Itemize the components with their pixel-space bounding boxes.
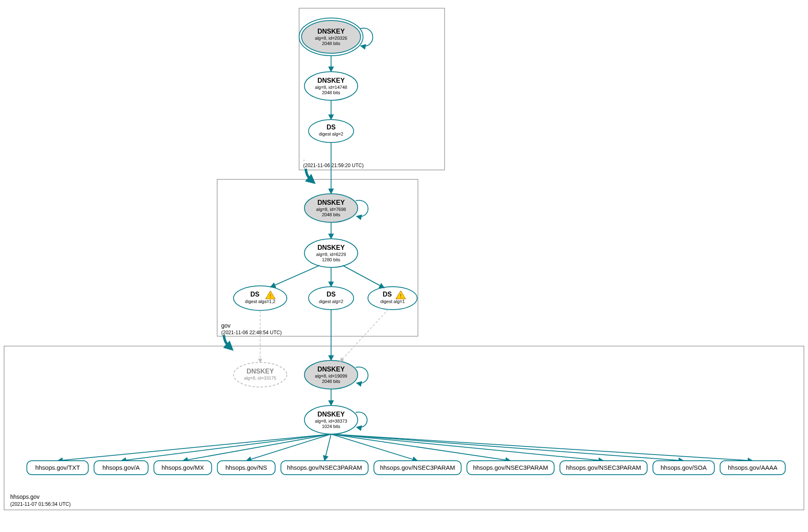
edge-gov-ds3-hhsops-ksk: [340, 309, 388, 362]
rrset-label: hhsops.gov/NSEC3PARAM: [473, 464, 548, 471]
svg-point-30: [368, 287, 417, 310]
zone-hhsops-timestamp: (2021-11-07 01:56:34 UTC): [10, 501, 70, 507]
svg-text:alg=8, id=14748: alg=8, id=14748: [315, 85, 347, 90]
svg-point-27: [309, 287, 354, 310]
svg-point-34: [234, 362, 287, 387]
edge-hhsops-zsk-rr: [325, 434, 331, 461]
svg-text:alg=8, id=20326: alg=8, id=20326: [315, 36, 347, 41]
svg-text:alg=8, id=6229: alg=8, id=6229: [316, 252, 346, 257]
rrset-label: hhsops.gov/NSEC3PARAM: [287, 464, 362, 471]
svg-text:DS: DS: [327, 291, 336, 298]
edge-gov-zsk-ds3: [343, 265, 384, 288]
edge-hhsops-zsk-rr: [331, 434, 604, 461]
svg-text:alg=8, id=33175: alg=8, id=33175: [244, 376, 277, 380]
rrset-label: hhsops.gov/NSEC3PARAM: [380, 464, 455, 471]
svg-text:digest alg=2: digest alg=2: [319, 131, 343, 136]
svg-text:DNSKEY: DNSKEY: [318, 28, 345, 35]
edge-gov-zsk-ds1: [270, 265, 320, 287]
svg-text:2048 bits: 2048 bits: [322, 41, 340, 46]
node-hhsops-zsk: DNSKEY alg=8, id=38373 1024 bits: [304, 405, 358, 434]
node-gov-ds3: DS digest alg=1 !: [368, 287, 417, 310]
node-gov-ksk: DNSKEY alg=8, id=7698 2048 bits: [304, 194, 358, 222]
svg-text:digest algs=1,2: digest algs=1,2: [245, 299, 275, 304]
svg-text:1024 bits: 1024 bits: [322, 424, 340, 429]
rrset-label: hhsops.gov/TXT: [35, 464, 80, 471]
node-root-zsk: DNSKEY alg=8, id=14748 2048 bits: [304, 72, 358, 100]
node-root-ksk: DNSKEY alg=8, id=20326 2048 bits: [299, 18, 363, 56]
zone-hhsops-label: hhsops.gov: [10, 494, 40, 500]
node-hhsops-ksk: DNSKEY alg=8, id=19099 2048 bits: [304, 360, 358, 389]
svg-text:!: !: [400, 293, 402, 299]
zone-gov-timestamp: (2021-11-06 22:48:54 UTC): [221, 330, 281, 335]
rrset-label: hhsops.gov/NSEC3PARAM: [566, 464, 641, 471]
svg-text:alg=8, id=7698: alg=8, id=7698: [316, 207, 346, 212]
zone-gov-label: gov: [221, 322, 231, 329]
node-gov-ds1: DS digest algs=1,2 !: [234, 286, 287, 310]
rrset-label: hhsops.gov/SOA: [660, 464, 707, 471]
rrset-label: hhsops.gov/AAAA: [728, 464, 778, 471]
svg-text:!: !: [270, 293, 271, 299]
zone-hhsops: hhsops.gov (2021-11-07 01:56:34 UTC): [4, 346, 804, 510]
edge-hhsops-zsk-rr: [58, 434, 331, 461]
rrset-label: hhsops.gov/A: [102, 464, 140, 471]
svg-text:digest alg=1: digest alg=1: [380, 299, 405, 304]
svg-text:1280 bits: 1280 bits: [322, 257, 340, 262]
svg-text:DNSKEY: DNSKEY: [318, 199, 345, 206]
svg-text:DNSKEY: DNSKEY: [247, 368, 274, 375]
edge-hhsops-zsk-rr: [121, 434, 331, 461]
svg-text:2048 bits: 2048 bits: [322, 90, 340, 95]
svg-text:2048 bits: 2048 bits: [322, 379, 340, 384]
svg-text:DS: DS: [327, 124, 336, 131]
svg-text:2048 bits: 2048 bits: [322, 212, 340, 217]
edge-hhsops-zsk-rr: [183, 434, 331, 461]
svg-rect-2: [4, 346, 804, 510]
svg-text:DS: DS: [250, 291, 260, 298]
svg-point-12: [309, 120, 354, 143]
zone-root-timestamp: (2021-11-06 21:59:20 UTC): [303, 163, 363, 168]
svg-text:digest alg=2: digest alg=2: [319, 299, 343, 304]
svg-text:alg=8, id=19099: alg=8, id=19099: [315, 374, 347, 378]
svg-text:alg=8, id=38373: alg=8, id=38373: [315, 419, 347, 423]
zone-root-label: .: [303, 155, 305, 162]
svg-text:DNSKEY: DNSKEY: [318, 411, 345, 418]
rrset-label: hhsops.gov/MX: [161, 464, 204, 471]
svg-point-23: [234, 286, 287, 310]
edge-hhsops-zsk-rr: [331, 434, 511, 461]
svg-text:DNSKEY: DNSKEY: [318, 366, 345, 373]
node-hhsops-dnskey-dashed: DNSKEY alg=8, id=33175: [234, 362, 287, 387]
svg-text:DS: DS: [383, 291, 392, 298]
node-gov-zsk: DNSKEY alg=8, id=6229 1280 bits: [304, 239, 358, 267]
node-gov-ds2: DS digest alg=2: [309, 287, 354, 310]
edge-hhsops-zsk-rr: [331, 434, 753, 461]
node-root-ds: DS digest alg=2: [309, 120, 354, 143]
edge-hhsops-zsk-rr: [331, 434, 684, 461]
svg-text:DNSKEY: DNSKEY: [318, 77, 345, 84]
svg-text:DNSKEY: DNSKEY: [318, 244, 345, 251]
rrset-label: hhsops.gov/NS: [225, 464, 267, 471]
